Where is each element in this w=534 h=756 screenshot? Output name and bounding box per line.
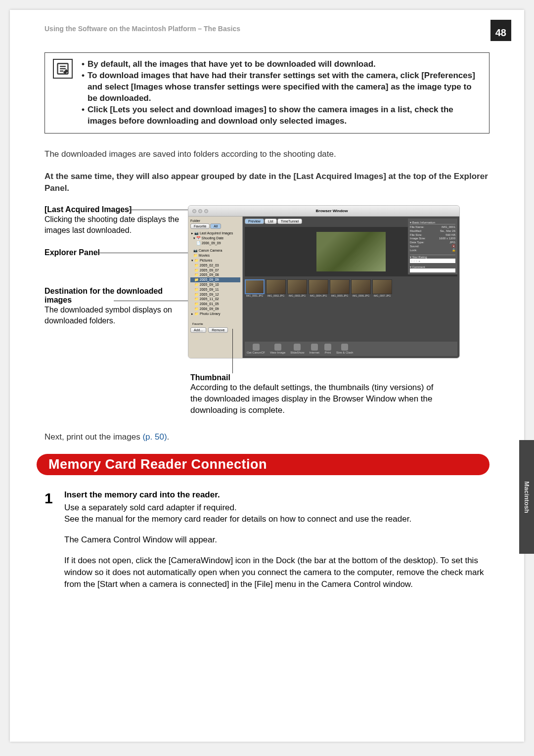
thumbnail[interactable]: IMG_0004.JPG (309, 279, 328, 297)
next-print-text: Next, print out the images (p. 50). (44, 431, 490, 443)
sidebar-folder-selected[interactable]: 📁 2005_09_09 (190, 277, 240, 282)
print-button[interactable]: Print (324, 344, 331, 354)
note-callout: By default, all the images that have yet… (44, 52, 490, 133)
internet-button[interactable]: Internet (310, 344, 319, 354)
browser-window-screenshot: Browser Window Folder Favorite All ▸ 📷 L… (188, 205, 460, 358)
diagram-desc: The downloaded symbol displays on downlo… (44, 305, 180, 326)
sidebar-folder[interactable]: 📁 2005_09_07 (190, 268, 240, 273)
sidebar-canon-camera[interactable]: 📷 Canon Camera (190, 248, 240, 253)
diagram-desc: According to the default settings, the t… (190, 382, 438, 416)
sidebar-folder[interactable]: 📁 2006_01_05 (190, 302, 240, 307)
sidebar-folder[interactable]: 📁 2005_02_03 (190, 263, 240, 268)
thumbnail[interactable]: IMG_0003.JPG (287, 279, 307, 297)
traffic-light-icon (198, 209, 202, 213)
step-number: 1 (44, 490, 64, 599)
favorite-label: Favorite (192, 322, 203, 325)
sidebar-folder[interactable]: 📁 2005_09_12 (190, 292, 240, 297)
diagram-label-last-acquired: [Last Acquired Images] (44, 205, 180, 214)
step-text: Use a separately sold card adapter if re… (64, 502, 490, 526)
paragraph: The downloaded images are saved into fol… (44, 148, 490, 160)
folder-label: Folder (190, 219, 240, 222)
callout-item: To download images that have had their t… (82, 70, 481, 104)
window-title: Browser Window (316, 209, 348, 213)
thumbnail[interactable]: IMG_0007.JPG (372, 279, 392, 297)
get-canon-button[interactable]: Get CanonCF (247, 344, 265, 354)
slideshow-button[interactable]: SlideShow (290, 344, 304, 354)
diagram-label-destination: Destination for the downloaded images (44, 287, 180, 305)
view-tab-timetunnel[interactable]: TimeTunnel (277, 219, 302, 224)
step-title: Insert the memory card into the reader. (64, 490, 490, 500)
tab-all[interactable]: All (210, 223, 221, 229)
traffic-light-icon (204, 209, 208, 213)
add-button[interactable]: Add... (190, 327, 206, 333)
action-toolbar: Get CanonCF View Image SlideShow Interne… (245, 342, 457, 356)
sidebar-folder[interactable]: 📁 2005_09_11 (190, 287, 240, 292)
sidebar-folder[interactable]: 📁 2005_09_08 (190, 272, 240, 277)
tab-favorite[interactable]: Favorite (190, 223, 210, 229)
traffic-light-icon (192, 209, 196, 213)
sidebar-movies[interactable]: 📁 Movies (190, 253, 240, 258)
diagram-desc: Clicking the shooting date displays the … (44, 214, 180, 235)
section-heading: Memory Card Reader Connection (37, 454, 490, 475)
page-link[interactable]: (p. 50) (142, 432, 167, 442)
paragraph-bold: At the same time, they will also appear … (44, 171, 490, 194)
thumbnail[interactable]: IMG_0005.JPG (330, 279, 350, 297)
sidebar-folder[interactable]: 📁 2006_09_09 (190, 307, 240, 311)
thumbnail[interactable]: IMG_0006.JPG (351, 279, 371, 297)
page-section-title: Using the Software on the Macintosh Plat… (44, 25, 240, 33)
sidebar-folder[interactable]: 📁 2005_11_02 (190, 297, 240, 302)
sidebar-date-item[interactable]: 📄 2006_09_09 (190, 241, 240, 246)
callout-item: Click [Lets you select and download imag… (82, 104, 481, 127)
diagram-label-explorer: Explorer Panel (44, 248, 180, 257)
view-tab-list[interactable]: List (265, 219, 277, 224)
sidebar-shooting-date[interactable]: ▾ 📅 Shooting Date (190, 236, 240, 241)
note-icon (53, 59, 73, 79)
sidebar-folder[interactable]: 📁 2005_09_10 (190, 282, 240, 287)
page-number: 48 (490, 20, 511, 41)
preview-image (316, 232, 386, 271)
thumbnail[interactable]: IMG_0001.JPG (245, 279, 265, 297)
callout-item: By default, all the images that have yet… (82, 59, 481, 70)
remove-button[interactable]: Remove (208, 327, 228, 333)
info-panel: ▾ Basic Information File Name:IMG_0001 M… (408, 219, 457, 274)
step-text: The Camera Control Window will appear. (64, 534, 490, 546)
sidebar-pictures[interactable]: ▾ 📁 Pictures (190, 258, 240, 263)
view-tab-preview[interactable]: Preview (245, 219, 264, 224)
size-fit-button[interactable]: Size & Clash (336, 344, 353, 354)
thumbnail[interactable]: IMG_0002.JPG (266, 279, 286, 297)
diagram-label-thumbnail: Thumbnail (190, 373, 230, 382)
step-text: If it does not open, click the [CameraWi… (64, 555, 490, 590)
view-image-button[interactable]: View Image (270, 344, 285, 354)
sidebar-last-acquired[interactable]: ▸ 📷 Last Acquired Images (190, 231, 240, 236)
sidebar-photo-library[interactable]: ▸ 📁 Photo Library (190, 311, 240, 316)
side-tab-macintosh: Macintosh (519, 440, 534, 554)
